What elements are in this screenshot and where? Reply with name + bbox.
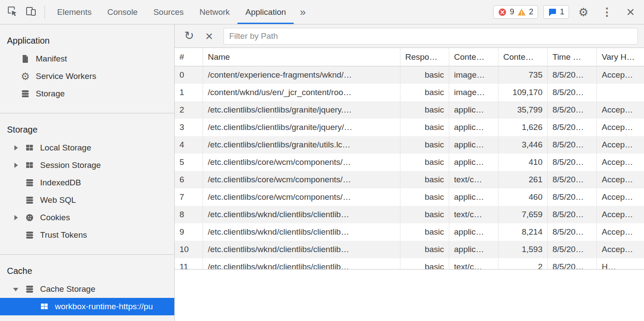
refresh-button[interactable]: ↻ [181,28,197,44]
column-header-vary-header[interactable]: Vary H… [597,48,644,66]
sidebar-item-application-cache[interactable]: Application Cache [0,315,174,321]
sidebar-item-trust-tokens[interactable]: Trust Tokens [0,226,174,244]
cell-response-type: basic [400,241,449,258]
cell-time-cached: 8/5/20… [548,119,597,136]
cell-content-length: 261 [498,171,548,188]
expander-icon[interactable] [13,144,19,151]
cell-name: /etc.clientlibs/core/wcm/components/… [203,154,400,171]
column-header-content-length[interactable]: Conte… [498,48,548,66]
cell-vary-header: Accep… [597,66,644,84]
sidebar-item-session-storage[interactable]: Session Storage [0,157,174,174]
cell-name: /content/wknd/us/en/_jcr_content/roo… [203,84,400,101]
cell-content-length: 735 [498,66,548,84]
section-cache: Cache Cache Storage [0,255,174,321]
cell-index: 3 [175,119,203,136]
cell-content-type: image… [449,84,498,101]
cache-toolbar: ↻ × [175,24,644,48]
sidebar-item-service-workers[interactable]: ⚙ Service Workers [0,68,174,85]
sidebar-item-label: Application Cache [40,319,107,321]
sidebar-item-label: Session Storage [40,160,101,170]
cell-vary-header [597,84,644,101]
cell-content-type: image… [449,66,498,84]
column-header-index[interactable]: # [175,48,203,66]
cell-response-type: basic [400,119,449,136]
cell-vary-header: Accep… [597,101,644,119]
sidebar-item-cache-storage[interactable]: Cache Storage [0,280,174,298]
cell-response-type: basic [400,171,449,188]
cell-name: /etc.clientlibs/wknd/clientlibs/clientli… [203,223,400,241]
expander-icon[interactable] [13,214,19,221]
cache-entry-row[interactable]: 3 /etc.clientlibs/clientlibs/granite/jqu… [175,119,644,136]
cache-entry-row[interactable]: 2 /etc.clientlibs/clientlibs/granite/jqu… [175,101,644,119]
error-icon [498,8,507,17]
cache-entry-row[interactable]: 7 /etc.clientlibs/core/wcm/components/… … [175,188,644,206]
cache-entries: 0 /content/experience-fragments/wknd/… b… [175,66,644,270]
column-header-response-type[interactable]: Respo… [400,48,449,66]
tab-console[interactable]: Console [99,0,146,24]
cell-content-type: applic… [449,119,498,136]
cache-entry-row[interactable]: 10 /etc.clientlibs/wknd/clientlibs/clien… [175,241,644,258]
errors-warnings-badge[interactable]: 9 2 [493,5,538,19]
inspect-button[interactable] [3,3,22,21]
cache-entry-row[interactable]: 1 /content/wknd/us/en/_jcr_content/roo… … [175,84,644,101]
delete-selected-button[interactable]: × [201,28,217,44]
expander-icon[interactable] [13,286,19,293]
more-tabs-button[interactable]: » [294,6,312,18]
cell-time-cached: 8/5/20… [548,241,597,258]
sidebar-item-label: Trust Tokens [40,230,87,240]
database-icon [24,284,35,294]
section-title-storage: Storage [0,113,174,139]
cell-response-type: basic [400,66,449,84]
close-devtools-button[interactable]: × [621,3,640,21]
cell-vary-header: H… [597,258,644,270]
sidebar-item-cookies[interactable]: Cookies [0,209,174,226]
cache-entry-row[interactable]: 11 /etc.clientlibs/wknd/clientlibs/clien… [175,258,644,270]
tab-elements[interactable]: Elements [49,0,99,24]
section-application: Application Manifest ⚙ Service Workers [0,24,174,113]
sidebar-item-storage[interactable]: Storage [0,85,174,102]
cache-entry-row[interactable]: 5 /etc.clientlibs/core/wcm/components/… … [175,154,644,171]
sidebar-item-manifest[interactable]: Manifest [0,50,174,68]
cache-entry-row[interactable]: 8 /etc.clientlibs/wknd/clientlibs/client… [175,206,644,223]
cookie-icon [24,212,35,223]
cache-entry-row[interactable]: 6 /etc.clientlibs/core/wcm/components/… … [175,171,644,188]
close-icon: × [627,4,635,20]
expander-icon[interactable] [13,162,19,169]
sidebar-item-local-storage[interactable]: Local Storage [0,139,174,157]
filter-path-input[interactable] [224,28,638,44]
column-header-content-type[interactable]: Conte… [449,48,498,66]
sidebar-item-cache-entry-workbox[interactable]: workbox-runtime-https://pu [0,298,174,315]
devtools-toolbar: Elements Console Sources Network Applica… [0,0,644,24]
overflow-menu-button[interactable]: ⋮ [598,3,616,21]
database-icon [24,178,35,188]
sidebar-item-web-sql[interactable]: Web SQL [0,191,174,209]
cell-content-length: 1,593 [498,241,548,258]
cell-name: /etc.clientlibs/wknd/clientlibs/clientli… [203,206,400,223]
gear-icon: ⚙ [20,71,31,82]
cell-content-type: applic… [449,188,498,206]
cell-vary-header: Accep… [597,206,644,223]
device-toolbar-button[interactable] [22,3,40,21]
database-icon [20,89,31,99]
inspect-cursor-icon [7,6,18,18]
cell-response-type: basic [400,258,449,270]
tab-sources[interactable]: Sources [146,0,192,24]
cell-vary-header: Accep… [597,188,644,206]
settings-button[interactable]: ⚙ [574,3,593,21]
issues-badge[interactable]: 1 [543,5,569,19]
cache-entry-row[interactable]: 9 /etc.clientlibs/wknd/clientlibs/client… [175,223,644,241]
table-icon [39,301,50,312]
toolbar-divider [44,6,45,19]
sidebar-item-label: Local Storage [40,143,91,153]
tab-application[interactable]: Application [237,0,294,24]
application-sidebar: Application Manifest ⚙ Service Workers [0,24,175,321]
gear-icon: ⚙ [578,7,588,18]
cell-index: 6 [175,171,203,188]
column-header-name[interactable]: Name [203,48,400,66]
tab-network[interactable]: Network [192,0,238,24]
column-header-time-cached[interactable]: Time … [548,48,597,66]
sidebar-item-indexeddb[interactable]: IndexedDB [0,174,174,191]
cache-entry-row[interactable]: 4 /etc.clientlibs/clientlibs/granite/uti… [175,136,644,154]
cache-entry-row[interactable]: 0 /content/experience-fragments/wknd/… b… [175,66,644,84]
cell-response-type: basic [400,136,449,154]
